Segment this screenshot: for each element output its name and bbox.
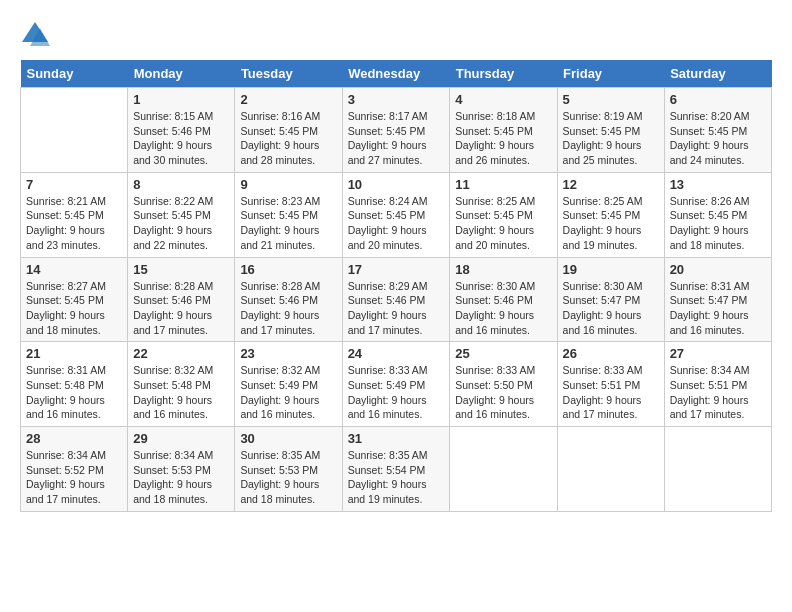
week-row-4: 21Sunrise: 8:31 AM Sunset: 5:48 PM Dayli… — [21, 342, 772, 427]
calendar-table: SundayMondayTuesdayWednesdayThursdayFrid… — [20, 60, 772, 512]
header-cell-sunday: Sunday — [21, 60, 128, 88]
day-cell: 5Sunrise: 8:19 AM Sunset: 5:45 PM Daylig… — [557, 88, 664, 173]
day-number: 10 — [348, 177, 445, 192]
day-info: Sunrise: 8:24 AM Sunset: 5:45 PM Dayligh… — [348, 194, 445, 253]
day-cell: 24Sunrise: 8:33 AM Sunset: 5:49 PM Dayli… — [342, 342, 450, 427]
day-info: Sunrise: 8:29 AM Sunset: 5:46 PM Dayligh… — [348, 279, 445, 338]
day-cell: 14Sunrise: 8:27 AM Sunset: 5:45 PM Dayli… — [21, 257, 128, 342]
day-info: Sunrise: 8:17 AM Sunset: 5:45 PM Dayligh… — [348, 109, 445, 168]
day-number: 9 — [240, 177, 336, 192]
day-cell: 27Sunrise: 8:34 AM Sunset: 5:51 PM Dayli… — [664, 342, 771, 427]
day-info: Sunrise: 8:32 AM Sunset: 5:48 PM Dayligh… — [133, 363, 229, 422]
day-cell: 8Sunrise: 8:22 AM Sunset: 5:45 PM Daylig… — [128, 172, 235, 257]
day-cell — [21, 88, 128, 173]
day-number: 2 — [240, 92, 336, 107]
week-row-1: 1Sunrise: 8:15 AM Sunset: 5:46 PM Daylig… — [21, 88, 772, 173]
day-number: 20 — [670, 262, 766, 277]
day-cell: 6Sunrise: 8:20 AM Sunset: 5:45 PM Daylig… — [664, 88, 771, 173]
day-number: 8 — [133, 177, 229, 192]
day-number: 6 — [670, 92, 766, 107]
logo-icon — [20, 20, 50, 50]
day-cell: 2Sunrise: 8:16 AM Sunset: 5:45 PM Daylig… — [235, 88, 342, 173]
day-cell: 15Sunrise: 8:28 AM Sunset: 5:46 PM Dayli… — [128, 257, 235, 342]
day-cell — [450, 427, 557, 512]
day-cell: 7Sunrise: 8:21 AM Sunset: 5:45 PM Daylig… — [21, 172, 128, 257]
day-number: 4 — [455, 92, 551, 107]
day-info: Sunrise: 8:25 AM Sunset: 5:45 PM Dayligh… — [563, 194, 659, 253]
week-row-2: 7Sunrise: 8:21 AM Sunset: 5:45 PM Daylig… — [21, 172, 772, 257]
day-number: 17 — [348, 262, 445, 277]
header-cell-thursday: Thursday — [450, 60, 557, 88]
day-cell: 26Sunrise: 8:33 AM Sunset: 5:51 PM Dayli… — [557, 342, 664, 427]
header-cell-friday: Friday — [557, 60, 664, 88]
day-number: 29 — [133, 431, 229, 446]
day-info: Sunrise: 8:16 AM Sunset: 5:45 PM Dayligh… — [240, 109, 336, 168]
day-info: Sunrise: 8:30 AM Sunset: 5:46 PM Dayligh… — [455, 279, 551, 338]
day-info: Sunrise: 8:34 AM Sunset: 5:53 PM Dayligh… — [133, 448, 229, 507]
day-info: Sunrise: 8:23 AM Sunset: 5:45 PM Dayligh… — [240, 194, 336, 253]
day-cell: 31Sunrise: 8:35 AM Sunset: 5:54 PM Dayli… — [342, 427, 450, 512]
day-info: Sunrise: 8:15 AM Sunset: 5:46 PM Dayligh… — [133, 109, 229, 168]
header-cell-monday: Monday — [128, 60, 235, 88]
day-cell: 29Sunrise: 8:34 AM Sunset: 5:53 PM Dayli… — [128, 427, 235, 512]
day-cell: 18Sunrise: 8:30 AM Sunset: 5:46 PM Dayli… — [450, 257, 557, 342]
day-info: Sunrise: 8:31 AM Sunset: 5:47 PM Dayligh… — [670, 279, 766, 338]
day-number: 27 — [670, 346, 766, 361]
day-info: Sunrise: 8:34 AM Sunset: 5:51 PM Dayligh… — [670, 363, 766, 422]
header-row: SundayMondayTuesdayWednesdayThursdayFrid… — [21, 60, 772, 88]
day-number: 25 — [455, 346, 551, 361]
day-number: 19 — [563, 262, 659, 277]
day-info: Sunrise: 8:33 AM Sunset: 5:51 PM Dayligh… — [563, 363, 659, 422]
day-number: 23 — [240, 346, 336, 361]
day-info: Sunrise: 8:19 AM Sunset: 5:45 PM Dayligh… — [563, 109, 659, 168]
day-number: 24 — [348, 346, 445, 361]
day-cell: 19Sunrise: 8:30 AM Sunset: 5:47 PM Dayli… — [557, 257, 664, 342]
day-cell — [557, 427, 664, 512]
day-number: 7 — [26, 177, 122, 192]
week-row-3: 14Sunrise: 8:27 AM Sunset: 5:45 PM Dayli… — [21, 257, 772, 342]
day-number: 26 — [563, 346, 659, 361]
day-info: Sunrise: 8:22 AM Sunset: 5:45 PM Dayligh… — [133, 194, 229, 253]
header-cell-tuesday: Tuesday — [235, 60, 342, 88]
day-info: Sunrise: 8:34 AM Sunset: 5:52 PM Dayligh… — [26, 448, 122, 507]
day-cell: 22Sunrise: 8:32 AM Sunset: 5:48 PM Dayli… — [128, 342, 235, 427]
day-info: Sunrise: 8:20 AM Sunset: 5:45 PM Dayligh… — [670, 109, 766, 168]
day-cell: 16Sunrise: 8:28 AM Sunset: 5:46 PM Dayli… — [235, 257, 342, 342]
day-cell: 9Sunrise: 8:23 AM Sunset: 5:45 PM Daylig… — [235, 172, 342, 257]
day-info: Sunrise: 8:35 AM Sunset: 5:54 PM Dayligh… — [348, 448, 445, 507]
day-cell: 20Sunrise: 8:31 AM Sunset: 5:47 PM Dayli… — [664, 257, 771, 342]
day-info: Sunrise: 8:28 AM Sunset: 5:46 PM Dayligh… — [133, 279, 229, 338]
day-number: 3 — [348, 92, 445, 107]
day-cell: 13Sunrise: 8:26 AM Sunset: 5:45 PM Dayli… — [664, 172, 771, 257]
day-number: 30 — [240, 431, 336, 446]
day-number: 12 — [563, 177, 659, 192]
day-info: Sunrise: 8:26 AM Sunset: 5:45 PM Dayligh… — [670, 194, 766, 253]
day-cell: 11Sunrise: 8:25 AM Sunset: 5:45 PM Dayli… — [450, 172, 557, 257]
day-cell: 17Sunrise: 8:29 AM Sunset: 5:46 PM Dayli… — [342, 257, 450, 342]
day-number: 14 — [26, 262, 122, 277]
day-number: 15 — [133, 262, 229, 277]
week-row-5: 28Sunrise: 8:34 AM Sunset: 5:52 PM Dayli… — [21, 427, 772, 512]
day-info: Sunrise: 8:25 AM Sunset: 5:45 PM Dayligh… — [455, 194, 551, 253]
day-number: 18 — [455, 262, 551, 277]
day-cell: 4Sunrise: 8:18 AM Sunset: 5:45 PM Daylig… — [450, 88, 557, 173]
day-info: Sunrise: 8:33 AM Sunset: 5:49 PM Dayligh… — [348, 363, 445, 422]
day-number: 31 — [348, 431, 445, 446]
day-cell: 25Sunrise: 8:33 AM Sunset: 5:50 PM Dayli… — [450, 342, 557, 427]
day-number: 1 — [133, 92, 229, 107]
day-cell: 12Sunrise: 8:25 AM Sunset: 5:45 PM Dayli… — [557, 172, 664, 257]
day-info: Sunrise: 8:28 AM Sunset: 5:46 PM Dayligh… — [240, 279, 336, 338]
day-info: Sunrise: 8:35 AM Sunset: 5:53 PM Dayligh… — [240, 448, 336, 507]
day-cell: 3Sunrise: 8:17 AM Sunset: 5:45 PM Daylig… — [342, 88, 450, 173]
day-number: 16 — [240, 262, 336, 277]
day-number: 28 — [26, 431, 122, 446]
day-cell: 1Sunrise: 8:15 AM Sunset: 5:46 PM Daylig… — [128, 88, 235, 173]
day-cell: 23Sunrise: 8:32 AM Sunset: 5:49 PM Dayli… — [235, 342, 342, 427]
day-number: 11 — [455, 177, 551, 192]
day-info: Sunrise: 8:18 AM Sunset: 5:45 PM Dayligh… — [455, 109, 551, 168]
day-info: Sunrise: 8:33 AM Sunset: 5:50 PM Dayligh… — [455, 363, 551, 422]
day-number: 22 — [133, 346, 229, 361]
day-info: Sunrise: 8:31 AM Sunset: 5:48 PM Dayligh… — [26, 363, 122, 422]
header-cell-saturday: Saturday — [664, 60, 771, 88]
day-cell — [664, 427, 771, 512]
